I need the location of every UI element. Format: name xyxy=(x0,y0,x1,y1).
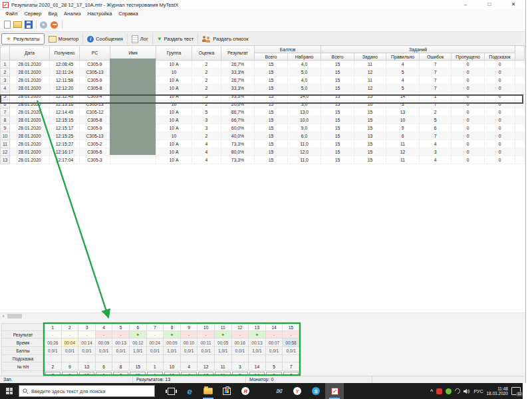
question-number: 3 xyxy=(78,324,96,331)
menu-item-server[interactable]: Сервер xyxy=(21,11,45,17)
open-apps: ✉ Y S ✓ xyxy=(269,383,344,399)
start-button[interactable] xyxy=(0,383,19,399)
result-row[interactable]: 1128.01.202012:15:27C305-210 А473,3%1511… xyxy=(1,140,525,148)
action-center-button[interactable]: 12 xyxy=(511,387,521,395)
menu-item-settings[interactable]: Настройка xyxy=(84,11,115,17)
col-header-tasks-wrong[interactable]: Ошибок xyxy=(420,53,452,61)
col-header-date[interactable]: Дата xyxy=(10,46,50,61)
tab-log[interactable]: Лог xyxy=(127,33,152,45)
mytest-taskbar-button[interactable]: ✓ xyxy=(325,383,344,399)
order-number: 9 xyxy=(61,362,78,371)
tab-monitor[interactable]: Монитор xyxy=(45,33,83,45)
save-button[interactable] xyxy=(23,20,33,30)
menu-item-analysis[interactable]: Анализ xyxy=(61,11,84,17)
result-row[interactable]: 728.01.202012:14:49C305-1210 А586,7%1513… xyxy=(1,108,525,116)
tab-distribute-test[interactable]: ▼ Раздать тест xyxy=(152,33,198,45)
result-cell: 7 xyxy=(420,61,452,68)
col-header-tasks-given[interactable]: Задано xyxy=(354,53,386,61)
result-cell: 10 xyxy=(386,116,420,124)
result-cell: 20,0% xyxy=(221,100,255,108)
result-cell: 15 xyxy=(255,116,288,124)
col-header-mark[interactable]: Оценка xyxy=(192,46,221,61)
result-cell: 28.01.2020 xyxy=(10,84,50,92)
result-row[interactable]: 1228.01.202012:16:17C305-510 А480,0%1512… xyxy=(1,148,525,156)
menu-item-view[interactable]: Вид xyxy=(45,11,61,17)
result-cell: 12:14:49 xyxy=(50,108,80,116)
result-cell: 15 xyxy=(255,68,288,76)
col-header-tasks-skipped[interactable]: Пропущено xyxy=(452,53,485,61)
result-cell: 15 xyxy=(321,108,354,116)
open-file-button[interactable] xyxy=(13,20,23,30)
points-value: 0,0/1 xyxy=(231,347,249,355)
result-row[interactable]: 628.01.202012:13:16C305-1310220,0%153,01… xyxy=(1,100,525,108)
yandex-browser-button[interactable]: Я xyxy=(236,383,255,399)
menu-bar: Файл Сервер Вид Анализ Настройка Справка xyxy=(0,9,525,18)
result-row[interactable]: 328.01.202012:11:58C305-910 А226,7%154,0… xyxy=(1,76,525,84)
result-cell: 12:11:24 xyxy=(50,68,80,76)
save-icon xyxy=(25,21,33,29)
explorer-button[interactable] xyxy=(199,383,217,399)
start-server-button[interactable] xyxy=(39,20,49,30)
results-header: Дата Получено PC Имя Группа Оценка Резул… xyxy=(1,46,525,61)
close-button[interactable]: ✕ xyxy=(501,0,525,9)
clock[interactable]: 11:48 18.03.2020 xyxy=(486,386,508,396)
col-header-tasks-total[interactable]: Всего xyxy=(321,53,354,61)
horizontal-scrollbar[interactable]: ‹ xyxy=(0,313,525,319)
maximize-button[interactable]: □ xyxy=(477,0,501,9)
menu-item-help[interactable]: Справка xyxy=(115,11,141,17)
col-header-group[interactable]: Группа xyxy=(156,46,192,61)
col-header-tasks-right[interactable]: Правильно xyxy=(386,53,420,61)
result-cell: 28.01.2020 xyxy=(10,148,50,156)
result-cell xyxy=(515,140,525,148)
tray-expand-button[interactable]: ^ xyxy=(430,388,434,394)
edge-button[interactable]: e xyxy=(180,383,199,399)
result-row[interactable]: 428.01.202012:12:20C305-810 А233,3%155,0… xyxy=(1,84,525,92)
search-input[interactable]: Введите здесь текст для поиска xyxy=(19,385,155,397)
mail-button[interactable]: ✉ xyxy=(269,383,288,399)
result-cell: C305-3 xyxy=(80,156,110,164)
result-cell: 28.01.2020 xyxy=(10,76,50,84)
col-header-tasks-hints[interactable]: Подсказок xyxy=(485,53,515,61)
tray-app-icon-gray[interactable] xyxy=(454,387,462,394)
skype-button[interactable]: S xyxy=(307,383,325,399)
question-number: 1 xyxy=(45,324,62,331)
scroll-left-arrow[interactable]: ‹ xyxy=(0,313,7,319)
tray-app-icon-green[interactable] xyxy=(446,388,452,394)
col-header-points-total[interactable]: Всего xyxy=(255,53,288,61)
result-cell: 10 xyxy=(156,132,192,140)
language-indicator[interactable]: РУС xyxy=(473,389,483,394)
store-button[interactable] xyxy=(217,383,236,399)
stop-server-button[interactable] xyxy=(49,20,59,30)
result-row[interactable]: 828.01.202012:15:15C305-810 А366,7%1510,… xyxy=(1,116,525,124)
scrollbar-thumb[interactable] xyxy=(7,314,22,319)
result-row[interactable]: 1028.01.202012:15:25C305-1310240,0%156,0… xyxy=(1,132,525,140)
result-cell: 0 xyxy=(485,68,515,76)
result-row[interactable]: 928.01.202012:15:17C305-910 А360,0%159,0… xyxy=(1,124,525,132)
time-value: 00:13 xyxy=(112,338,130,347)
yandex-button[interactable]: Y xyxy=(288,383,307,399)
tab-results[interactable]: ★ Результаты xyxy=(1,33,45,45)
toolbar xyxy=(0,18,525,32)
toolbar-separator xyxy=(36,21,37,29)
task-view-button[interactable] xyxy=(162,383,180,399)
result-cell xyxy=(515,156,525,164)
time-value: 00:24 xyxy=(146,338,164,347)
result-cell: 13,0 xyxy=(288,108,321,116)
new-file-button[interactable] xyxy=(2,20,12,30)
col-header-received[interactable]: Получено xyxy=(50,46,80,61)
minimize-button[interactable]: – xyxy=(454,0,477,9)
tab-distribute-list[interactable]: Раздать список xyxy=(198,33,252,45)
time-value: 00:13 xyxy=(249,338,266,347)
menu-item-file[interactable]: Файл xyxy=(2,11,21,17)
result-row[interactable]: 1328.01.202012:17:04C305-310 А473,3%1511… xyxy=(1,156,525,164)
col-header-points-earned[interactable]: Набрано xyxy=(288,53,321,61)
result-row[interactable]: 228.01.202012:11:24C305-1310233,3%155,01… xyxy=(1,68,525,76)
result-row[interactable]: 128.01.202012:08:45C305-910 А226,7%154,0… xyxy=(1,61,525,68)
tab-messages[interactable]: i Сообщения xyxy=(82,33,127,45)
volume-icon[interactable] xyxy=(464,388,470,394)
tray-app-icon-red[interactable] xyxy=(436,388,442,394)
col-header-result[interactable]: Результат xyxy=(221,46,255,61)
result-row[interactable]: 528.01.202012:12:49C305-410 А593,3%1514,… xyxy=(1,92,525,100)
col-header-pc[interactable]: PC xyxy=(80,46,110,61)
points-value: 1,0/1 xyxy=(249,347,266,355)
